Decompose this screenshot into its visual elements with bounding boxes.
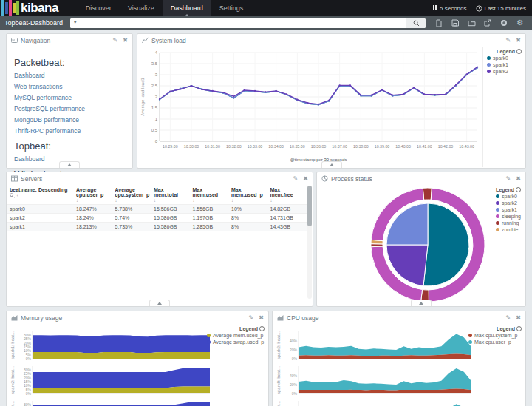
- save-dashboard-button[interactable]: [448, 18, 463, 28]
- scrollbar-thumb[interactable]: [307, 186, 312, 226]
- edit-icon[interactable]: ✎: [506, 314, 511, 321]
- search-button[interactable]: [406, 18, 426, 28]
- query-input[interactable]: [70, 18, 406, 28]
- legend-entry[interactable]: spark2: [487, 69, 522, 74]
- legend-entry[interactable]: Max cpu.system_p: [468, 333, 522, 338]
- column-header[interactable]: Average cpu.user_p↕: [74, 186, 113, 205]
- system-load-chart[interactable]: 43.532.521.510.5010:29:0010:30:0010:31:0…: [139, 48, 480, 166]
- column-header[interactable]: Max mem.used↕: [191, 186, 230, 205]
- edit-icon[interactable]: ✎: [506, 37, 511, 44]
- svg-text:4: 4: [155, 50, 158, 55]
- markdown-icon: [11, 37, 18, 44]
- nav-item-visualize[interactable]: Visualize: [120, 0, 163, 16]
- legend-entry[interactable]: sleeping: [496, 214, 521, 219]
- chart-row-spark0: spark0: beat...30%25%20%15%10%5%0%: [18, 399, 205, 406]
- edit-icon[interactable]: ✎: [293, 175, 299, 182]
- chart-row-spark2: spark2: beat...30%25%20%15%10%5%0%: [18, 364, 205, 396]
- table-row[interactable]: spark118.213%5.735%15.586GB1.285GB8%14.4…: [7, 223, 307, 231]
- close-icon[interactable]: ✖: [516, 314, 521, 321]
- nav-item-settings[interactable]: Settings: [211, 0, 252, 16]
- table-cell: 1.285GB: [191, 223, 230, 231]
- collapse-caret[interactable]: [59, 161, 80, 168]
- kibana-logo[interactable]: kibana: [0, 0, 58, 16]
- svg-text:10:42:00: 10:42:00: [438, 144, 454, 149]
- nav-item-discover[interactable]: Discover: [78, 0, 120, 16]
- legend-color-dot: [496, 221, 499, 225]
- edit-icon[interactable]: ✎: [506, 175, 511, 182]
- edit-icon[interactable]: ✎: [249, 314, 254, 321]
- legend-entry[interactable]: spark1: [496, 207, 521, 212]
- chart-row-spark1: spark1: beat...30%25%20%15%10%5%0%: [18, 329, 205, 362]
- edit-icon[interactable]: ✎: [113, 37, 118, 44]
- load-dashboard-button[interactable]: [464, 18, 479, 28]
- panel-header: CPU usage ✎ ✖: [273, 311, 525, 324]
- panel-title: Navigation: [21, 37, 50, 44]
- ring-segment-running[interactable]: [423, 188, 432, 200]
- legend-entry[interactable]: Max cpu.user_p: [468, 339, 522, 345]
- column-header[interactable]: Max mem.total↕: [151, 186, 191, 205]
- table-row[interactable]: spark218.24%5.74%15.586GB1.197GB8%14.731…: [7, 214, 307, 223]
- collapse-caret[interactable]: [411, 300, 432, 306]
- column-header[interactable]: Average cpu.system_p↕: [113, 186, 152, 205]
- column-header[interactable]: beat.name: Descending↕: [7, 186, 74, 205]
- svg-text:10:35:00: 10:35:00: [290, 144, 305, 149]
- nav-link[interactable]: Web transactions: [14, 83, 125, 90]
- nav-link[interactable]: Dashboard: [14, 72, 125, 79]
- column-header[interactable]: Max mem.used_p↕: [229, 186, 268, 205]
- table-cell: 5.735%: [113, 223, 152, 231]
- area-chart-icon: [11, 314, 18, 321]
- legend-entry[interactable]: spark2: [496, 200, 521, 206]
- nav-item-dashboard[interactable]: Dashboard: [163, 0, 211, 16]
- legend-entry[interactable]: spark1: [487, 62, 522, 67]
- legend-entry[interactable]: spark0: [487, 55, 522, 61]
- close-icon[interactable]: ✖: [516, 175, 521, 182]
- close-icon[interactable]: ✖: [259, 314, 264, 321]
- new-dashboard-button[interactable]: [432, 18, 446, 28]
- options-button[interactable]: ⚙: [513, 18, 528, 28]
- time-range-button[interactable]: Last 15 minutes: [476, 5, 526, 12]
- legend-toggle[interactable]: Legend: [207, 326, 265, 331]
- close-icon[interactable]: ✖: [516, 37, 521, 44]
- table-cell: 15.586GB: [151, 214, 191, 223]
- legend-entry[interactable]: running: [496, 220, 521, 226]
- nav-link[interactable]: MySQL performance: [14, 94, 125, 101]
- legend-color-dot: [487, 56, 491, 60]
- table-row[interactable]: spark018.247%5.738%15.586GB1.556GB10%14.…: [7, 205, 307, 214]
- refresh-interval-button[interactable]: 5 seconds: [433, 5, 466, 12]
- legend-toggle[interactable]: Legend: [468, 326, 522, 331]
- legend-entry[interactable]: spark0: [496, 194, 521, 199]
- legend-toggle-icon: [516, 187, 521, 192]
- nav-link[interactable]: MongoDB performance: [14, 116, 125, 124]
- nav-link[interactable]: PostgreSQL performance: [14, 105, 125, 112]
- legend-entry[interactable]: zombie: [496, 227, 521, 232]
- servers-table: beat.name: Descending↕Average cpu.user_p…: [7, 186, 307, 231]
- column-header[interactable]: Max mem.free↕: [268, 186, 307, 205]
- table-cell: 18.24%: [74, 214, 113, 223]
- panel-system-load: System load ✎ ✖ 43.532.521.510.5010:29:0…: [137, 33, 526, 169]
- cpu-usage-chart[interactable]: spark2: beat...40%20%0%spark0: beat...40…: [275, 329, 466, 406]
- legend-toggle[interactable]: Legend: [496, 187, 521, 192]
- row-axis-label: spark0: beat...: [9, 399, 16, 406]
- legend-color-dot: [468, 334, 472, 337]
- close-icon[interactable]: ✖: [303, 175, 308, 182]
- row-axis-label: spark1: beat...: [275, 399, 282, 406]
- legend-entry[interactable]: Average mem.used_p: [207, 333, 265, 338]
- svg-text:40%: 40%: [290, 339, 298, 343]
- row-axis-label: spark1: beat...: [9, 329, 16, 362]
- legend-toggle[interactable]: Legend: [487, 49, 522, 54]
- share-button[interactable]: [480, 18, 495, 28]
- sort-icon: ↕: [76, 198, 78, 203]
- svg-text:10:38:00: 10:38:00: [353, 144, 369, 149]
- sort-icon: ↕: [154, 198, 156, 203]
- collapse-caret[interactable]: [321, 161, 342, 168]
- table-cell: 14.43GB: [268, 223, 307, 231]
- panel-title: System load: [151, 37, 186, 44]
- collapse-caret[interactable]: [149, 300, 170, 306]
- panel-header: Servers ✎ ✖: [7, 172, 313, 185]
- scrollbar-track[interactable]: [307, 186, 312, 299]
- legend-entry[interactable]: Average swap.used_p: [207, 339, 265, 345]
- add-visualization-button[interactable]: [497, 18, 511, 28]
- close-icon[interactable]: ✖: [123, 37, 128, 44]
- memory-usage-chart[interactable]: spark1: beat...30%25%20%15%10%5%0%spark2…: [9, 329, 205, 406]
- nav-link[interactable]: Thrift-RPC performance: [14, 127, 125, 135]
